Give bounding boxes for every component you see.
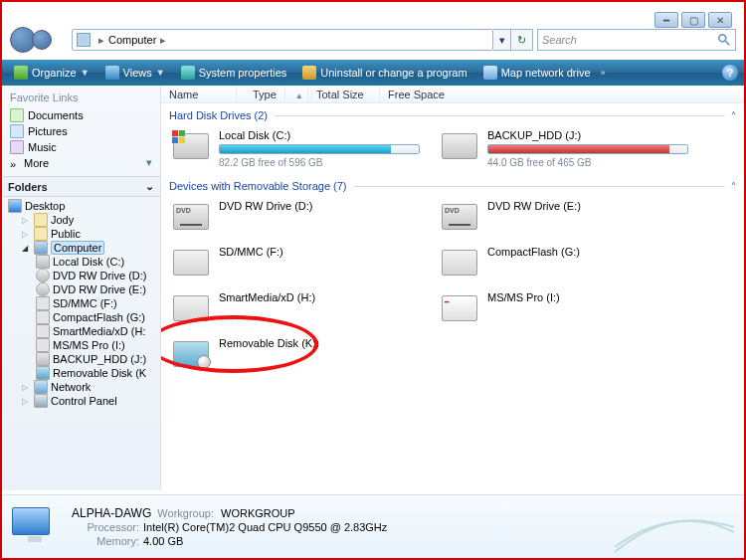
svg-rect-5 [179, 137, 185, 143]
favorite-documents[interactable]: Documents [10, 107, 152, 123]
help-button[interactable]: ? [722, 65, 738, 81]
tree-drive[interactable]: SmartMedia/xD (H: [6, 324, 158, 338]
tree-drive[interactable]: Local Disk (C:) [6, 255, 158, 269]
computer-info: ALPHA-DAWG Workgroup: WORKGROUP Processo… [72, 506, 387, 548]
uninstall-icon [302, 66, 316, 80]
system-properties-button[interactable]: System properties [175, 64, 293, 82]
address-bar-row: ▸ Computer ▸ ▾ ↻ Search [10, 22, 736, 58]
chevron-down-icon: ▼ [81, 68, 90, 78]
cf-card-icon [440, 246, 479, 280]
chevron-right-icon[interactable]: ▸ [156, 34, 170, 47]
map-drive-button[interactable]: Map network drive [477, 64, 597, 82]
tree-drive[interactable]: DVD RW Drive (D:) [6, 269, 158, 282]
content-pane: Name Type▲ Total Size Free Space Hard Di… [161, 86, 744, 490]
dvd-drive-icon: DVD [440, 200, 479, 234]
network-icon [34, 380, 48, 394]
drive-sdmmc-f[interactable]: SD/MMC (F:) [161, 240, 430, 285]
chevron-down-icon: ▾ [146, 156, 152, 169]
drive-smartmedia-h[interactable]: SmartMedia/xD (H:) [161, 285, 430, 331]
search-input[interactable]: Search [537, 29, 736, 51]
tree-network[interactable]: ▷Network [6, 380, 158, 394]
svg-line-1 [725, 41, 729, 45]
views-icon [105, 66, 119, 80]
tree-public[interactable]: ▷Public [6, 227, 158, 241]
aurora-decoration [615, 502, 734, 552]
user-folder-icon [34, 213, 48, 227]
drive-dvd-e[interactable]: DVDDVD RW Drive (E:) [430, 194, 698, 240]
svg-rect-2 [172, 130, 178, 136]
tree-drive[interactable]: CompactFlash (G:) [6, 310, 158, 324]
tree-desktop[interactable]: Desktop [6, 199, 158, 213]
navigation-pane: Favorite Links Documents Pictures Music … [2, 86, 161, 490]
svg-rect-4 [172, 137, 178, 143]
chevron-right-icon[interactable]: ▸ [94, 34, 108, 47]
nav-buttons [10, 25, 72, 55]
col-name[interactable]: Name [161, 87, 237, 102]
svg-rect-3 [179, 130, 185, 136]
folders-header[interactable]: Folders⌄ [2, 176, 160, 197]
drive-removable-disk-k[interactable]: Removable Disk (K:) [161, 331, 430, 377]
sd-card-icon [171, 246, 211, 280]
favorite-music[interactable]: Music [10, 139, 152, 155]
tree-control-panel[interactable]: ▷Control Panel [6, 394, 158, 408]
search-placeholder: Search [542, 34, 577, 46]
organize-button[interactable]: Organize▼ [8, 64, 95, 82]
tree-drive[interactable]: MS/MS Pro (I:) [6, 338, 158, 352]
collapse-icon[interactable]: ◢ [22, 244, 31, 253]
favorites-list: Documents Pictures Music »More▾ [2, 105, 160, 176]
favorite-pictures[interactable]: Pictures [10, 123, 152, 139]
breadcrumb-bar[interactable]: ▸ Computer ▸ [72, 29, 493, 51]
ms-card-icon: ━ [440, 291, 479, 325]
command-toolbar: Organize▼ Views▼ System properties Unins… [2, 60, 744, 86]
computer-icon [77, 33, 91, 47]
tree-drive[interactable]: DVD RW Drive (E:) [6, 282, 158, 296]
col-type[interactable]: Type▲ [237, 87, 308, 102]
folder-icon [34, 227, 48, 241]
usage-bar [219, 144, 420, 154]
refresh-button[interactable]: ↻ [511, 29, 533, 51]
drive-local-disk-c[interactable]: Local Disk (C:)82.2 GB free of 596 GB [161, 123, 430, 174]
chevron-up-icon: ˄ [731, 110, 736, 121]
address-dropdown[interactable]: ▾ [493, 29, 511, 51]
col-totalsize[interactable]: Total Size [308, 87, 380, 102]
tree-computer[interactable]: ◢Computer [6, 241, 158, 255]
group-hard-disks[interactable]: Hard Disk Drives (2)˄ [161, 103, 744, 123]
folder-tree: Desktop ▷Jody ▷Public ◢Computer Local Di… [2, 197, 160, 414]
tree-user-jody[interactable]: ▷Jody [6, 213, 158, 227]
favorites-header: Favorite Links [2, 86, 160, 105]
chevron-down-icon: ▼ [156, 68, 165, 78]
drive-compactflash-g[interactable]: CompactFlash (G:) [430, 240, 698, 285]
expand-icon[interactable]: ▷ [22, 216, 31, 225]
card-icon [36, 296, 50, 310]
organize-icon [14, 66, 28, 80]
control-panel-icon [34, 394, 48, 408]
computer-icon [34, 241, 48, 255]
expand-icon[interactable]: ▷ [22, 397, 31, 406]
expand-icon[interactable]: ▷ [22, 383, 31, 392]
details-pane: ALPHA-DAWG Workgroup: WORKGROUP Processo… [2, 494, 744, 558]
drive-backup-hdd-j[interactable]: BACKUP_HDD (J:)44.0 GB free of 465 GB [430, 123, 698, 174]
hdd-icon [171, 129, 211, 163]
desktop-icon [8, 199, 22, 213]
col-freespace[interactable]: Free Space [380, 87, 744, 102]
removable-disk-icon [171, 337, 211, 371]
more-icon: » [10, 158, 20, 168]
group-removable[interactable]: Devices with Removable Storage (7)˄ [161, 174, 744, 194]
overflow-chevron-icon[interactable]: » [601, 68, 606, 78]
favorite-more[interactable]: »More▾ [10, 155, 152, 170]
drive-msms-pro-i[interactable]: ━MS/MS Pro (I:) [430, 285, 698, 331]
tree-drive[interactable]: SD/MMC (F:) [6, 296, 158, 310]
properties-icon [181, 66, 195, 80]
uninstall-button[interactable]: Uninstall or change a program [296, 64, 472, 82]
hdd-icon [440, 129, 479, 163]
drive-dvd-d[interactable]: DVDDVD RW Drive (D:) [161, 194, 430, 240]
column-headers: Name Type▲ Total Size Free Space [161, 86, 744, 103]
forward-button[interactable] [32, 30, 52, 50]
dvd-icon [36, 282, 50, 296]
expand-icon[interactable]: ▷ [22, 230, 31, 239]
views-button[interactable]: Views▼ [99, 64, 171, 82]
pictures-icon [10, 124, 24, 138]
breadcrumb-computer[interactable]: Computer [108, 34, 156, 46]
tree-drive[interactable]: Removable Disk (K [6, 366, 158, 380]
tree-drive[interactable]: BACKUP_HDD (J:) [6, 352, 158, 366]
